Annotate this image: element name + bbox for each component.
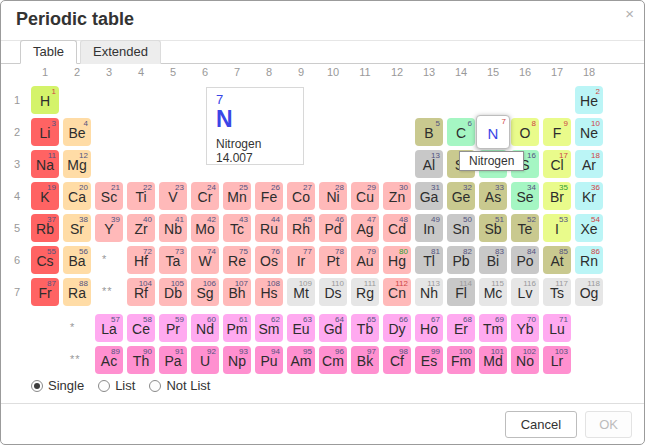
element-cell-O[interactable]: 8O [511,118,539,146]
tab-extended[interactable]: Extended [80,40,161,64]
element-cell-Lv[interactable]: 116Lv [511,278,539,306]
element-cell-H[interactable]: 1H [31,86,59,114]
element-cell-Yb[interactable]: 70Yb [511,314,539,342]
element-cell-Sg[interactable]: 106Sg [191,278,219,306]
element-cell-Br[interactable]: 35Br [543,182,571,210]
element-cell-Xe[interactable]: 54Xe [575,214,603,242]
element-cell-Pt[interactable]: 78Pt [319,246,347,274]
element-cell-Au[interactable]: 79Au [351,246,379,274]
element-cell-Rg[interactable]: 111Rg [351,278,379,306]
element-cell-Rh[interactable]: 45Rh [287,214,315,242]
element-cell-Mt[interactable]: 109Mt [287,278,315,306]
element-cell-Cl[interactable]: 17Cl [543,150,571,178]
radio-icon[interactable] [31,380,43,392]
element-cell-Hf[interactable]: 72Hf [127,246,155,274]
element-cell-Po[interactable]: 84Po [511,246,539,274]
element-cell-Lr[interactable]: 103Lr [543,346,571,374]
element-cell-Pm[interactable]: 61Pm [223,314,251,342]
element-cell-Ho[interactable]: 67Ho [415,314,443,342]
element-cell-Ti[interactable]: 22Ti [127,182,155,210]
element-cell-Ca[interactable]: 20Ca [63,182,91,210]
element-cell-Ts[interactable]: 117Ts [543,278,571,306]
element-cell-Pu[interactable]: 94Pu [255,346,283,374]
element-cell-Th[interactable]: 90Th [127,346,155,374]
element-cell-Ag[interactable]: 47Ag [351,214,379,242]
element-cell-Re[interactable]: 75Re [223,246,251,274]
element-cell-Hs[interactable]: 108Hs [255,278,283,306]
element-cell-Cu[interactable]: 29Cu [351,182,379,210]
element-cell-Nh[interactable]: 113Nh [415,278,443,306]
element-cell-Al[interactable]: 13Al [415,150,443,178]
element-cell-In[interactable]: 49In [415,214,443,242]
element-cell-Ne[interactable]: 10Ne [575,118,603,146]
element-cell-As[interactable]: 33As [479,182,507,210]
element-cell-N[interactable]: 7N [476,115,510,149]
element-cell-I[interactable]: 53I [543,214,571,242]
element-cell-Sb[interactable]: 51Sb [479,214,507,242]
element-cell-Pr[interactable]: 59Pr [159,314,187,342]
radio-option-not-list[interactable]: Not List [149,378,210,393]
element-cell-Rf[interactable]: 104Rf [127,278,155,306]
element-cell-Md[interactable]: 101Md [479,346,507,374]
element-cell-Eu[interactable]: 63Eu [287,314,315,342]
element-cell-Tm[interactable]: 69Tm [479,314,507,342]
element-cell-U[interactable]: 92U [191,346,219,374]
element-cell-C[interactable]: 6C [447,118,475,146]
element-cell-Sr[interactable]: 38Sr [63,214,91,242]
element-cell-Cs[interactable]: 55Cs [31,246,59,274]
element-cell-Os[interactable]: 76Os [255,246,283,274]
radio-option-list[interactable]: List [98,378,135,393]
element-cell-Fr[interactable]: 87Fr [31,278,59,306]
element-cell-B[interactable]: 5B [415,118,443,146]
element-cell-La[interactable]: 57La [95,314,123,342]
element-cell-Li[interactable]: 3Li [31,118,59,146]
element-cell-Fm[interactable]: 100Fm [447,346,475,374]
element-cell-Gd[interactable]: 64Gd [319,314,347,342]
element-cell-W[interactable]: 74W [191,246,219,274]
element-cell-Ds[interactable]: 110Ds [319,278,347,306]
element-cell-Sm[interactable]: 62Sm [255,314,283,342]
element-cell-Tc[interactable]: 43Tc [223,214,251,242]
element-cell-No[interactable]: 102No [511,346,539,374]
element-cell-At[interactable]: 85At [543,246,571,274]
element-cell-Lu[interactable]: 71Lu [543,314,571,342]
element-cell-Mn[interactable]: 25Mn [223,182,251,210]
element-cell-Ar[interactable]: 18Ar [575,150,603,178]
element-cell-Cf[interactable]: 98Cf [383,346,411,374]
close-icon[interactable]: × [625,6,634,21]
element-cell-Cn[interactable]: 112Cn [383,278,411,306]
element-cell-Dy[interactable]: 66Dy [383,314,411,342]
element-cell-Ba[interactable]: 56Ba [63,246,91,274]
element-cell-Ra[interactable]: 88Ra [63,278,91,306]
element-cell-Nb[interactable]: 41Nb [159,214,187,242]
element-cell-Np[interactable]: 93Np [223,346,251,374]
ok-button[interactable]: OK [585,411,632,438]
element-cell-Pd[interactable]: 46Pd [319,214,347,242]
radio-icon[interactable] [149,380,161,392]
element-cell-Am[interactable]: 95Am [287,346,315,374]
element-cell-Fe[interactable]: 26Fe [255,182,283,210]
element-cell-Ni[interactable]: 28Ni [319,182,347,210]
element-cell-Mg[interactable]: 12Mg [63,150,91,178]
element-cell-Pa[interactable]: 91Pa [159,346,187,374]
element-cell-Kr[interactable]: 36Kr [575,182,603,210]
element-cell-Co[interactable]: 27Co [287,182,315,210]
element-cell-Ga[interactable]: 31Ga [415,182,443,210]
element-cell-Zn[interactable]: 30Zn [383,182,411,210]
element-cell-Er[interactable]: 68Er [447,314,475,342]
element-cell-Te[interactable]: 52Te [511,214,539,242]
element-cell-Sc[interactable]: 21Sc [95,182,123,210]
radio-option-single[interactable]: Single [31,378,84,393]
element-cell-V[interactable]: 23V [159,182,187,210]
cancel-button[interactable]: Cancel [505,411,577,438]
element-cell-Cm[interactable]: 96Cm [319,346,347,374]
element-cell-Es[interactable]: 99Es [415,346,443,374]
element-cell-Og[interactable]: 118Og [575,278,603,306]
element-cell-Rb[interactable]: 37Rb [31,214,59,242]
element-cell-Zr[interactable]: 40Zr [127,214,155,242]
element-cell-Tl[interactable]: 81Tl [415,246,443,274]
element-cell-Y[interactable]: 39Y [95,214,123,242]
element-cell-He[interactable]: 2He [575,86,603,114]
element-cell-Se[interactable]: 34Se [511,182,539,210]
element-cell-Ta[interactable]: 73Ta [159,246,187,274]
